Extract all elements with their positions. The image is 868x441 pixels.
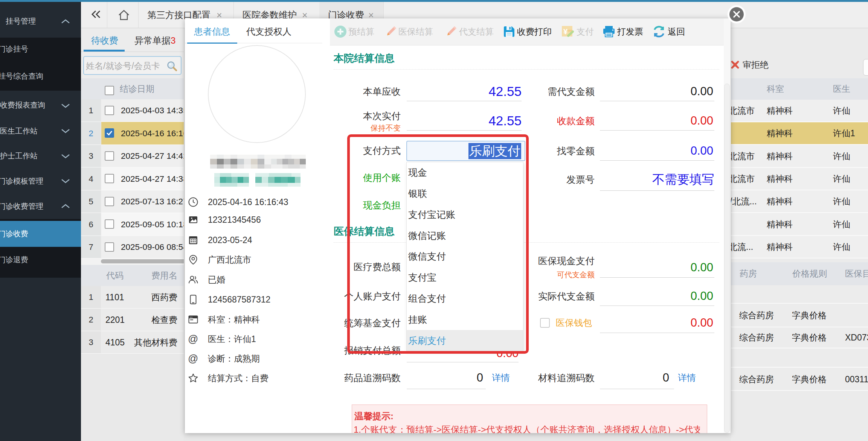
svg-text:¥: ¥ bbox=[563, 27, 568, 36]
